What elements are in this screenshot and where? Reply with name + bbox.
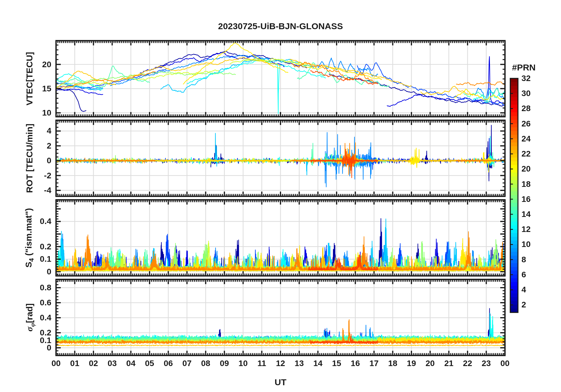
- y-tick-label: -2: [12, 171, 51, 181]
- colorbar-tick-label: 32: [521, 73, 545, 83]
- y-tick-label: 0.4: [12, 313, 51, 323]
- colorbar-tick-label: 30: [521, 88, 545, 98]
- y-tick-label: -4: [12, 185, 51, 195]
- y-tick-label: 20: [12, 60, 51, 70]
- x-axis-label: UT: [263, 377, 298, 387]
- colorbar-tick-label: 16: [521, 194, 545, 204]
- chart-title: 20230725-UiB-BJN-GLONASS: [133, 21, 428, 31]
- colorbar-tick-label: 10: [521, 239, 545, 249]
- y-tick-label: 2: [12, 141, 51, 151]
- y-tick-label: 0.6: [12, 298, 51, 308]
- colorbar-tick-label: 24: [521, 134, 545, 144]
- colorbar-tick-label: 2: [521, 300, 545, 310]
- y-tick-label: 0.1: [12, 254, 51, 264]
- colorbar-tick-label: 22: [521, 149, 545, 159]
- chart-canvas: [0, 0, 561, 392]
- y-tick-label: 0: [12, 267, 51, 277]
- colorbar-tick-label: 14: [521, 209, 545, 219]
- colorbar-tick-label: 6: [521, 270, 545, 280]
- colorbar-tick-label: 28: [521, 103, 545, 113]
- colorbar-tick-label: 26: [521, 119, 545, 129]
- ylabel-sigma-sub: φ: [29, 323, 36, 327]
- colorbar-tick-label: 20: [521, 164, 545, 174]
- colorbar-tick-label: 18: [521, 179, 545, 189]
- y-tick-label: 0.8: [12, 283, 51, 293]
- colorbar-tick-label: 4: [521, 285, 545, 295]
- colorbar-tick-label: 12: [521, 224, 545, 234]
- y-tick-label: 0: [12, 156, 51, 166]
- y-tick-label: 0.2: [12, 242, 51, 252]
- y-tick-label: 4: [12, 126, 51, 136]
- x-tick-label: 00: [493, 358, 517, 368]
- y-tick-label: 10: [12, 108, 51, 118]
- colorbar-title: #PRN: [506, 62, 542, 73]
- colorbar-tick-label: 8: [521, 255, 545, 265]
- figure: 20230725-UiB-BJN-GLONASS UT VTEC[TECU] R…: [0, 0, 561, 392]
- y-tick-label: 0.4: [12, 216, 51, 226]
- y-tick-label: 0.2: [12, 328, 51, 338]
- y-tick-label: 15: [12, 84, 51, 94]
